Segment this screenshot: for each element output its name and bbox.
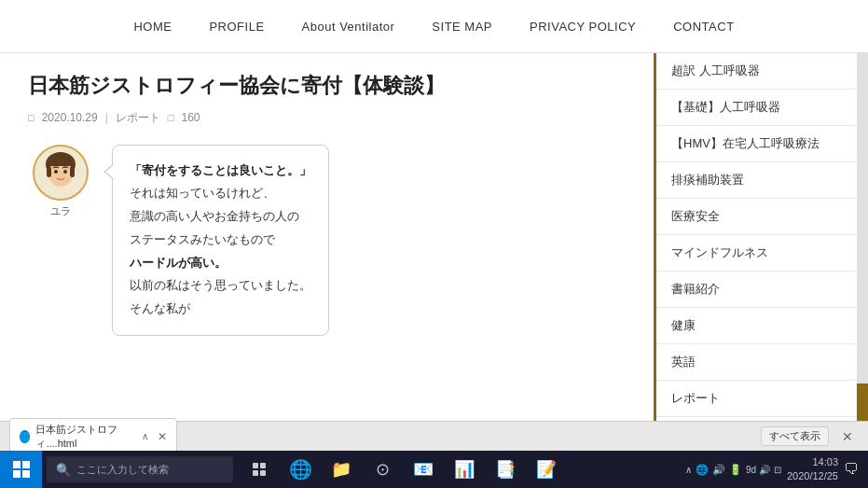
main-layout: 日本筋ジストロフィー協会に寄付【体験談】 □ 2020.10.29 | レポート…	[0, 53, 868, 451]
sidebar-item-4[interactable]: 医療安全	[656, 199, 868, 235]
speech-quote: 「寄付をすることは良いこと。」	[130, 160, 311, 183]
svg-rect-13	[260, 470, 266, 476]
avatar-container: ユラ	[28, 145, 93, 218]
excel-icon[interactable]: 📊	[448, 451, 481, 488]
sidebar-item-7[interactable]: 健康	[656, 308, 868, 344]
speech-line4: 以前の私はそう思っていました。	[130, 274, 311, 298]
task-view-icon	[252, 462, 267, 477]
clock-time: 14:03	[787, 455, 838, 469]
article-date: 2020.10.29	[42, 111, 98, 124]
expand-icon[interactable]: ∧	[142, 431, 148, 441]
notification-icon[interactable]: 🗨	[844, 461, 859, 478]
taskbar-search-placeholder: ここに入力して検索	[76, 463, 169, 477]
tray-extra: 9d 🔊	[746, 465, 770, 475]
taskbar-search-box[interactable]: 🔍 ここに入力して検索	[47, 456, 233, 482]
content-area: 日本筋ジストロフィー協会に寄付【体験談】 □ 2020.10.29 | レポート…	[0, 53, 654, 451]
speech-line3: ステータスみたいなもので	[130, 229, 311, 252]
tray-network2: ⊡	[774, 465, 781, 475]
system-tray: ∧ 🌐 🔊 🔋 9d 🔊 ⊡	[685, 464, 781, 476]
browser-favicon: 🌐	[20, 430, 30, 443]
svg-rect-12	[253, 470, 258, 476]
start-button[interactable]	[0, 451, 42, 488]
avatar	[33, 145, 89, 201]
view-icon: □	[168, 112, 174, 123]
sidebar-item-1[interactable]: 【基礎】人工呼吸器	[656, 90, 868, 126]
svg-point-2	[54, 170, 58, 174]
nav-contact[interactable]: CONTACT	[673, 20, 734, 34]
navigation: HOME PROFILE About Ventilator SITE MAP P…	[0, 0, 868, 53]
tray-chevron[interactable]: ∧	[685, 465, 692, 475]
sidebar-item-0[interactable]: 超訳 人工呼吸器	[656, 53, 868, 90]
calendar-icon: □	[28, 112, 34, 123]
svg-rect-8	[13, 470, 21, 478]
browser-close-icon[interactable]: ✕	[836, 427, 859, 446]
task-view-button[interactable]	[242, 451, 276, 488]
nav-site-map[interactable]: SITE MAP	[432, 20, 492, 34]
word-icon[interactable]: 📝	[530, 451, 563, 488]
windows-logo-icon	[12, 460, 31, 479]
scroll-thumb[interactable]	[857, 383, 868, 421]
browser-bar: 🌐 日本筋ジストロフィ....html ∧ ✕ すべて表示 ✕	[0, 421, 868, 451]
system-clock[interactable]: 14:03 2020/12/25	[787, 455, 838, 484]
show-all-button[interactable]: すべて表示	[761, 426, 829, 446]
nav-about-ventilator[interactable]: About Ventilator	[302, 20, 395, 34]
sidebar-item-9[interactable]: レポート	[656, 381, 868, 417]
svg-point-3	[63, 170, 67, 174]
edge-icon[interactable]: 🌐	[283, 451, 317, 488]
tray-battery-icon: 🔋	[729, 464, 742, 476]
search-icon: 🔍	[56, 463, 71, 477]
speech-bold-line: ハードルが高い。	[130, 252, 311, 275]
taskbar: 🔍 ここに入力して検索 🌐 📁 ⊙ 📧 📊 📑 📝 ∧ 🌐	[0, 451, 868, 488]
article-views: 160	[182, 111, 200, 124]
scrollbar[interactable]	[857, 53, 868, 421]
tray-volume-icon[interactable]: 🔊	[712, 464, 725, 476]
nav-privacy-policy[interactable]: PRIVACY POLICY	[530, 20, 636, 34]
svg-rect-7	[22, 461, 30, 468]
nav-profile[interactable]: PROFILE	[209, 20, 264, 34]
browser-tab[interactable]: 🌐 日本筋ジストロフィ....html ∧ ✕	[9, 418, 177, 455]
outlook-icon[interactable]: 📧	[406, 451, 440, 488]
browser-tab-label: 日本筋ジストロフィ....html	[35, 423, 136, 451]
svg-rect-11	[260, 463, 266, 468]
speech-line5: そんな私が	[130, 298, 311, 321]
svg-rect-10	[253, 463, 258, 468]
avatar-svg	[37, 149, 84, 196]
sidebar-item-3[interactable]: 排痰補助装置	[656, 162, 868, 199]
tab-close-icon[interactable]: ✕	[158, 430, 167, 443]
svg-rect-4	[47, 166, 51, 177]
speech-bubble: 「寄付をすることは良いこと。」 それは知っているけれど、 意識の高い人やお金持ち…	[112, 145, 329, 336]
taskbar-right: ∧ 🌐 🔊 🔋 9d 🔊 ⊡ 14:03 2020/12/25 🗨	[685, 455, 868, 484]
sidebar-item-8[interactable]: 英語	[656, 344, 868, 381]
file-explorer-icon[interactable]: 📁	[324, 451, 358, 488]
speech-line1: それは知っているけれど、	[130, 182, 311, 205]
meta-separator: |	[105, 111, 108, 124]
sidebar-item-6[interactable]: 書籍紹介	[656, 272, 868, 308]
speech-line2: 意識の高い人やお金持ちの人の	[130, 205, 311, 229]
chrome-icon[interactable]: ⊙	[365, 451, 399, 488]
svg-rect-5	[70, 166, 75, 177]
svg-rect-9	[22, 470, 30, 478]
article-category: レポート	[116, 110, 160, 126]
nav-home[interactable]: HOME	[133, 20, 172, 34]
sidebar: 超訳 人工呼吸器 【基礎】人工呼吸器 【HMV】在宅人工呼吸療法 排痰補助装置 …	[654, 53, 868, 451]
article-title: 日本筋ジストロフィー協会に寄付【体験談】	[28, 72, 626, 101]
clock-date: 2020/12/25	[787, 469, 838, 483]
powerpoint-icon[interactable]: 📑	[489, 451, 522, 488]
sidebar-item-5[interactable]: マインドフルネス	[656, 235, 868, 272]
tray-network-icon: 🌐	[696, 464, 709, 476]
taskbar-icons: 🌐 📁 ⊙ 📧 📊 📑 📝	[242, 451, 563, 488]
svg-rect-6	[13, 461, 21, 468]
sidebar-item-2[interactable]: 【HMV】在宅人工呼吸療法	[656, 126, 868, 162]
article-body: ユラ 「寄付をすることは良いこと。」 それは知っているけれど、 意識の高い人やお…	[28, 145, 626, 336]
avatar-label: ユラ	[50, 204, 71, 218]
article-meta: □ 2020.10.29 | レポート □ 160	[28, 110, 626, 126]
